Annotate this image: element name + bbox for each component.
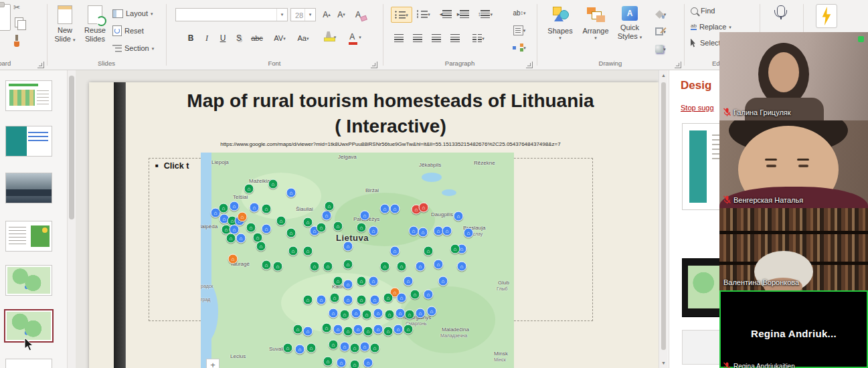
map-marker[interactable]: ⌂ bbox=[262, 224, 272, 234]
clipboard-dialog-launcher[interactable] bbox=[37, 62, 44, 68]
map-marker[interactable]: ⌂ bbox=[350, 343, 360, 353]
slide-title-line-1[interactable]: Map of rural tourism homesteads of Lithu… bbox=[125, 90, 656, 112]
map-marker[interactable]: ⌂ bbox=[293, 325, 303, 335]
map-marker[interactable]: ⌂ bbox=[353, 325, 363, 335]
text-shadow-button[interactable]: S bbox=[232, 31, 246, 45]
drawing-dialog-launcher[interactable] bbox=[675, 62, 681, 68]
lithuania-map[interactable]: Lietuva LiepojaJelgavaJēkabpilsRēzekneMa… bbox=[201, 153, 514, 368]
map-marker[interactable]: ⌂ bbox=[390, 246, 400, 256]
map-marker[interactable]: ⌂ bbox=[363, 358, 373, 368]
map-marker[interactable]: ⌂ bbox=[219, 203, 229, 213]
map-marker[interactable]: ⌂ bbox=[333, 276, 343, 286]
shape-effects-button[interactable]: ▾ bbox=[649, 41, 672, 56]
slide-thumbnail-1[interactable] bbox=[5, 80, 52, 111]
map-marker[interactable]: ⌂ bbox=[369, 226, 379, 236]
slide-thumbnail-2[interactable] bbox=[5, 126, 52, 157]
map-marker[interactable]: ⌂ bbox=[383, 327, 394, 337]
map-marker[interactable]: ⌂ bbox=[424, 290, 434, 300]
map-marker[interactable]: ⌂ bbox=[396, 308, 406, 318]
map-marker[interactable]: ⌂ bbox=[405, 310, 415, 320]
participant-tile-4-active-speaker[interactable]: Regina Andriuk... Regina Andriukaitien bbox=[719, 290, 868, 368]
paragraph-dialog-launcher[interactable] bbox=[526, 62, 533, 68]
reset-button[interactable]: Reset bbox=[112, 24, 144, 37]
map-marker[interactable]: ⌂ bbox=[303, 217, 313, 227]
map-marker[interactable]: ⌂ bbox=[438, 276, 448, 286]
map-marker[interactable]: ⌂ bbox=[380, 204, 390, 214]
convert-smartart-button[interactable]: ▾ bbox=[506, 40, 533, 55]
slide-thumbnail-3[interactable] bbox=[5, 173, 52, 203]
map-marker[interactable]: ⌂ bbox=[273, 262, 283, 272]
quick-styles-button[interactable]: A Quick Styles ▾ bbox=[614, 4, 645, 56]
map-marker[interactable]: ⌂ bbox=[246, 223, 256, 233]
format-painter-icon[interactable] bbox=[14, 35, 19, 47]
map-marker[interactable]: ⌂ bbox=[283, 343, 293, 353]
map-marker[interactable]: ⌂ bbox=[333, 221, 343, 232]
map-marker[interactable]: ⌂ bbox=[373, 308, 383, 318]
map-marker[interactable]: ⌂ bbox=[286, 188, 296, 198]
map-marker[interactable]: ⌂ bbox=[424, 246, 434, 256]
underline-button[interactable]: U bbox=[215, 31, 230, 45]
thumbnail-scrollbar-thumb[interactable] bbox=[69, 76, 74, 219]
map-marker[interactable]: ⌂ bbox=[427, 306, 437, 316]
map-marker[interactable]: ⌂ bbox=[357, 295, 367, 305]
align-center-button[interactable] bbox=[410, 31, 426, 45]
font-dialog-launcher[interactable] bbox=[371, 62, 377, 68]
slide-thumbnail-5[interactable] bbox=[5, 265, 52, 296]
columns-button[interactable]: ▾ bbox=[468, 31, 489, 45]
map-marker[interactable]: ⌂ bbox=[343, 327, 353, 337]
section-button[interactable]: Section▾ bbox=[112, 41, 154, 55]
map-marker[interactable]: ⌂ bbox=[369, 276, 379, 286]
shape-fill-button[interactable]: ▾ bbox=[649, 7, 672, 21]
shrink-font-button[interactable]: A▾ bbox=[335, 7, 348, 22]
slide-map-url[interactable]: https://www.google.com/maps/d/viewer?mid… bbox=[125, 141, 656, 147]
align-right-button[interactable] bbox=[428, 31, 444, 45]
map-marker[interactable]: ⌂ bbox=[268, 179, 278, 189]
map-marker[interactable]: ⌂ bbox=[363, 327, 373, 337]
map-marker[interactable]: ⌂ bbox=[394, 325, 404, 335]
map-marker[interactable]: ⌂ bbox=[350, 360, 360, 368]
increase-indent-button[interactable]: ▸ bbox=[455, 7, 471, 21]
map-marker[interactable]: ⌂ bbox=[244, 184, 254, 194]
map-marker[interactable]: ⌂ bbox=[464, 228, 474, 238]
map-marker[interactable]: ⌂ bbox=[370, 343, 380, 353]
map-marker[interactable]: ⌂ bbox=[286, 228, 296, 238]
numbering-button[interactable]: ▾ bbox=[414, 7, 434, 21]
font-name-combo[interactable]: ▾ bbox=[175, 8, 288, 21]
map-marker[interactable]: ⌂ bbox=[416, 308, 426, 318]
slide[interactable]: Map of rural tourism homesteads of Lithu… bbox=[89, 82, 659, 368]
paste-button[interactable] bbox=[0, 4, 11, 31]
font-color-button[interactable]: A ▾ bbox=[344, 29, 367, 44]
bullets-button[interactable]: ▾ bbox=[391, 7, 412, 23]
font-size-combo[interactable]: 28▾ bbox=[290, 8, 316, 21]
map-marker[interactable]: ⌂ bbox=[390, 204, 400, 214]
map-marker[interactable]: ⌂ bbox=[303, 327, 313, 337]
map-marker[interactable]: ⌂ bbox=[250, 203, 260, 213]
map-marker[interactable]: ⌂ bbox=[409, 226, 419, 236]
participant-tile-2[interactable]: Венгерская Наталья bbox=[719, 120, 868, 208]
map-marker[interactable]: ⌂ bbox=[434, 260, 444, 270]
map-marker[interactable]: ⌂ bbox=[256, 242, 266, 252]
map-marker[interactable]: ⌂ bbox=[228, 254, 238, 264]
editor-scrollbar-thumb[interactable] bbox=[661, 82, 666, 350]
map-marker[interactable]: ⌂ bbox=[340, 342, 350, 352]
italic-button[interactable]: I bbox=[199, 31, 214, 45]
map-marker[interactable]: ⌂ bbox=[303, 246, 313, 256]
map-marker[interactable]: ⌂ bbox=[322, 323, 332, 333]
new-slide-button[interactable]: New Slide ▾ bbox=[51, 4, 79, 56]
copy-icon[interactable] bbox=[15, 17, 23, 27]
editor-scrollbar[interactable]: ▲ ▼ bbox=[659, 70, 668, 368]
map-marker[interactable]: ⌂ bbox=[454, 211, 464, 221]
grow-font-button[interactable]: A▴ bbox=[320, 7, 333, 22]
decrease-indent-button[interactable]: ◂ bbox=[438, 7, 454, 21]
map-marker[interactable]: ⌂ bbox=[329, 340, 339, 350]
slide-thumbnail-4[interactable] bbox=[5, 221, 52, 252]
map-marker[interactable]: ⌂ bbox=[329, 308, 339, 318]
map-marker[interactable]: ⌂ bbox=[276, 216, 286, 226]
map-marker[interactable]: ⌂ bbox=[404, 325, 414, 335]
map-zoom-in-button[interactable]: + bbox=[206, 359, 220, 368]
map-marker[interactable]: ⌂ bbox=[457, 262, 467, 272]
map-marker[interactable]: ⌂ bbox=[404, 276, 414, 286]
slide-thumbnail-7[interactable] bbox=[5, 359, 52, 368]
change-case-button[interactable]: Aa▾ bbox=[293, 31, 313, 45]
map-marker[interactable]: ⌂ bbox=[317, 223, 327, 233]
